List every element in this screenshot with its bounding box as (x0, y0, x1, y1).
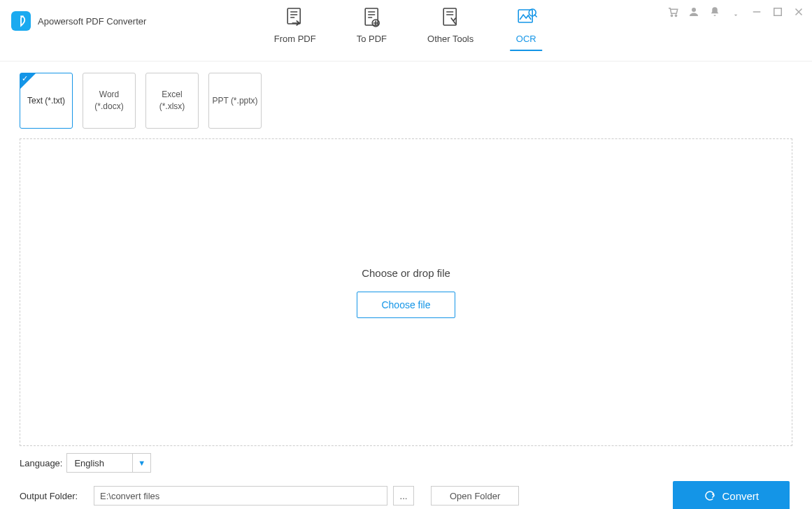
maximize-icon[interactable] (771, 6, 784, 18)
bell-icon[interactable] (708, 6, 721, 18)
convert-label: Convert (722, 490, 759, 502)
output-folder-label: Output Folder: (20, 491, 84, 501)
format-tile-xlsx[interactable]: Excel (*.xlsx) (145, 73, 199, 129)
chevron-down-icon[interactable]: ▼ (132, 454, 150, 472)
other-tools-icon (439, 6, 462, 29)
svg-rect-9 (774, 8, 782, 16)
tab-other-tools[interactable]: Other Tools (423, 6, 478, 51)
svg-point-7 (675, 15, 676, 16)
browse-folder-button[interactable]: ... (393, 486, 414, 506)
tab-label: From PDF (274, 34, 316, 44)
svg-point-6 (671, 15, 672, 16)
menu-dropdown-icon[interactable] (729, 6, 742, 18)
language-select[interactable]: English ▼ (66, 453, 151, 473)
svg-rect-4 (518, 10, 532, 22)
language-label: Language: (20, 458, 62, 468)
svg-point-8 (692, 8, 696, 12)
tile-label: PPT (*.pptx) (212, 95, 257, 107)
tab-from-pdf[interactable]: From PDF (270, 6, 320, 51)
app-title: Apowersoft PDF Converter (38, 16, 146, 27)
dropzone[interactable]: Choose or drop file Choose file (20, 138, 792, 446)
tile-label: Text (*.txt) (27, 95, 65, 107)
tab-label: To PDF (357, 34, 387, 44)
app-logo-block: Apowersoft PDF Converter (0, 0, 146, 31)
window-controls (667, 6, 805, 18)
format-tiles: Text (*.txt) Word(*.docx) Excel (*.xlsx)… (20, 73, 792, 129)
titlebar: Apowersoft PDF Converter From PDF To PDF… (0, 0, 812, 62)
tab-to-pdf[interactable]: To PDF (352, 6, 391, 51)
footer-row: Output Folder: ... Open Folder Convert (20, 481, 792, 509)
user-icon[interactable] (688, 6, 700, 18)
tile-label: Excel (*.xlsx) (149, 89, 195, 113)
cart-icon[interactable] (667, 6, 679, 18)
minimize-icon[interactable] (750, 6, 763, 18)
tile-label: Word(*.docx) (94, 89, 123, 113)
ocr-icon (514, 6, 538, 29)
format-tile-pptx[interactable]: PPT (*.pptx) (208, 73, 262, 129)
format-tile-txt[interactable]: Text (*.txt) (20, 73, 73, 129)
convert-icon (704, 489, 716, 502)
choose-file-button[interactable]: Choose file (357, 292, 455, 318)
svg-rect-0 (288, 8, 301, 24)
content-area: Text (*.txt) Word(*.docx) Excel (*.xlsx)… (0, 62, 812, 509)
language-value: English (67, 458, 132, 468)
language-row: Language: English ▼ (20, 453, 792, 473)
close-icon[interactable] (792, 6, 805, 18)
format-tile-docx[interactable]: Word(*.docx) (83, 73, 136, 129)
convert-button[interactable]: Convert (673, 481, 790, 509)
open-folder-button[interactable]: Open Folder (431, 486, 519, 506)
output-folder-input[interactable] (94, 486, 387, 506)
app-logo-icon (11, 11, 31, 31)
to-pdf-icon (359, 6, 383, 29)
tab-label: Other Tools (427, 34, 473, 44)
tab-ocr[interactable]: OCR (510, 6, 542, 51)
tab-label: OCR (516, 34, 536, 44)
main-tabs: From PDF To PDF Other Tools OCR (270, 6, 543, 51)
from-pdf-icon (283, 6, 307, 29)
dropzone-hint: Choose or drop file (362, 267, 450, 279)
